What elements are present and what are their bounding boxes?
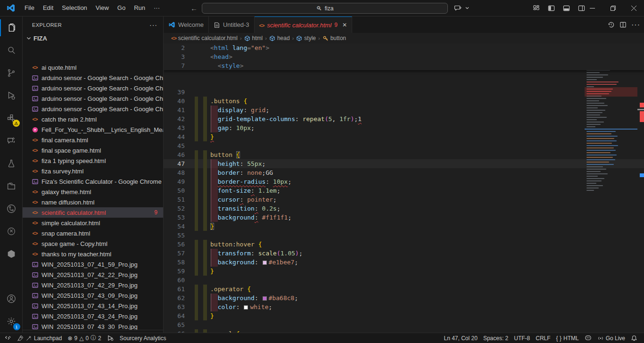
code-line-65[interactable]: 65 [164, 320, 644, 329]
eol[interactable]: CRLF [533, 333, 553, 343]
file-row[interactable]: WIN_20251013_07_41_59_Pro.jpg [23, 259, 163, 270]
code-line-57[interactable]: 57 transform: scale(1.05); [164, 249, 644, 258]
file-row[interactable]: <>ai quote.html [23, 62, 163, 73]
file-row[interactable]: <>fiza 1 typing speed.html [23, 155, 163, 166]
file-row[interactable]: arduino sensor - Google Search - Google … [23, 73, 163, 83]
toggle-primary-sidebar-icon[interactable] [545, 3, 557, 13]
menu-file[interactable]: File [20, 2, 39, 14]
overview-ruler[interactable] [637, 43, 644, 333]
color-swatch[interactable] [244, 305, 248, 310]
activity-files-icon[interactable] [0, 16, 23, 39]
activity-extensions-icon[interactable]: ⚠︎ [0, 107, 23, 130]
activity-chat-icon[interactable] [0, 130, 23, 152]
file-row[interactable]: <>space game - Copy.html [23, 238, 163, 249]
code-line-52[interactable]: 52 transition: 0.2s; [164, 204, 644, 213]
menu-run[interactable]: Run [130, 2, 149, 14]
code-line-44[interactable]: 44} [164, 132, 644, 141]
breadcrumb-item[interactable]: html [244, 35, 263, 41]
file-row[interactable]: <>scientific calculator.html9 [23, 207, 163, 218]
code-line-58[interactable]: 58 background: #e1bee7; [164, 258, 644, 267]
code-line-54[interactable]: 54} [164, 222, 644, 231]
copilot-status[interactable] [582, 333, 594, 343]
customize-layout-icon[interactable] [530, 3, 542, 13]
code-line-60[interactable]: 60 [164, 276, 644, 285]
activity-run-debug-icon[interactable] [0, 84, 23, 107]
problems-status[interactable]: ⊗ 9 △ 0 ⓘ 2 [65, 333, 104, 343]
close-button[interactable] [623, 0, 644, 16]
code-line-61[interactable]: 61.operator { [164, 285, 644, 294]
code-line-47[interactable]: 47 height: 55px; [164, 159, 644, 168]
file-row[interactable]: <>catch the rain 2.html [23, 114, 163, 124]
file-row[interactable]: <>simple calculator.html [23, 218, 163, 228]
minimap[interactable] [585, 43, 637, 333]
code-line-50[interactable]: 50 font-size: 1.1em; [164, 186, 644, 195]
menu-edit[interactable]: Edit [39, 2, 58, 14]
file-row[interactable]: <>thanks to my teacher.html [23, 249, 163, 259]
file-row[interactable]: WIN_20251013_07_43_09_Pro.jpg [23, 290, 163, 301]
folder-row-fiza[interactable]: FIZA [23, 33, 163, 43]
menu-view[interactable]: View [91, 2, 113, 14]
activity-folder-icon[interactable] [0, 175, 23, 197]
file-row[interactable]: arduino sensor - Google Search - Google … [23, 93, 163, 104]
toggle-panel-icon[interactable] [560, 3, 572, 13]
file-row[interactable]: WIN_20251013_07_43_24_Pro.jpg [23, 311, 163, 321]
code-line-46[interactable]: 46button { [164, 150, 644, 159]
code-line-3[interactable]: 3<head> [164, 52, 644, 61]
activity-git-graph-icon[interactable] [0, 197, 23, 220]
activity-settings-icon[interactable]: 1 [0, 310, 23, 333]
activity-beaker-icon[interactable] [0, 152, 23, 175]
file-row[interactable]: WIN_20251013_07_43_14_Pro.jpg [23, 301, 163, 311]
cursor-position[interactable]: Ln 47, Col 20 [441, 333, 480, 343]
breadcrumb[interactable]: <>scientific calculator.html›html›head›s… [164, 33, 644, 43]
launchpad-status[interactable]: Launchpad [14, 333, 65, 343]
breadcrumb-item[interactable]: button [322, 35, 346, 41]
activity-tools-icon[interactable] [0, 220, 23, 243]
debug-status[interactable] [104, 333, 117, 343]
minimize-button[interactable] [582, 0, 603, 16]
remote-indicator[interactable] [0, 333, 14, 343]
timeline-history-icon[interactable] [608, 21, 615, 28]
sourcery-status[interactable]: Sourcery Analytics [117, 333, 169, 343]
code-line-43[interactable]: 43 gap: 10px; [164, 123, 644, 132]
code-line-41[interactable]: 41 display: grid; [164, 106, 644, 114]
notifications-bell[interactable] [628, 333, 640, 343]
breadcrumb-item[interactable]: style [296, 35, 316, 41]
split-editor-icon[interactable] [619, 21, 627, 28]
activity-search-icon[interactable] [0, 39, 23, 62]
file-row[interactable]: WIN_20251013_07_42_29_Pro.jpg [23, 280, 163, 290]
code-line-40[interactable]: 40.buttons { [164, 97, 644, 106]
code-line-45[interactable]: 45 [164, 141, 644, 150]
menu-selection[interactable]: Selection [58, 2, 91, 14]
code-line-48[interactable]: 48 border: none;GG [164, 168, 644, 177]
activity-account-icon[interactable] [0, 287, 23, 310]
code-line-55[interactable]: 55 [164, 231, 644, 240]
code-line-2[interactable]: 2<html lang="en"> [164, 43, 644, 52]
code-line-49[interactable]: 49 border-radius: 10px; [164, 177, 644, 186]
golive-status[interactable]: Go Live [594, 333, 628, 343]
tab-untitled-3[interactable]: Untitled-3 [209, 16, 255, 33]
more-actions-icon[interactable]: ··· [631, 21, 640, 29]
language-mode[interactable]: { } HTML [553, 333, 582, 343]
restore-button[interactable] [603, 0, 623, 16]
encoding[interactable]: UTF-8 [511, 333, 533, 343]
code-line-66[interactable]: 66.equal { [164, 329, 644, 333]
file-row[interactable]: WIN_20251013_07_42_22_Pro.jpg [23, 270, 163, 280]
indentation[interactable]: Spaces: 2 [480, 333, 511, 343]
code-line-39[interactable]: 39 [164, 88, 644, 97]
code-line-53[interactable]: 53 background: #f1f1f1; [164, 213, 644, 222]
code-line-42[interactable]: 42 grid-template-columns: repeat(5, 1fr)… [164, 114, 644, 123]
color-swatch[interactable] [263, 261, 267, 265]
activity-source-control-icon[interactable] [0, 62, 23, 84]
color-swatch[interactable] [263, 296, 267, 301]
file-row[interactable]: <>final space game.html [23, 145, 163, 155]
breadcrumb-item[interactable]: head [269, 35, 290, 41]
code-line-59[interactable]: 59} [164, 267, 644, 276]
code-line-51[interactable]: 51 cursor: pointer; [164, 195, 644, 204]
code-line-63[interactable]: 63 color: white; [164, 302, 644, 311]
file-row[interactable]: <>galaxy theme.html [23, 187, 163, 197]
file-row[interactable]: arduino sensor - Google Search - Google … [23, 83, 163, 93]
file-row[interactable]: Fell_For_You_-_Shubh__Lyrics_English_Mea… [23, 124, 163, 135]
menu-[interactable]: ··· [149, 2, 164, 14]
tab-scientific-calculator-html[interactable]: <>scientific calculator.html9✕ [255, 16, 352, 33]
file-row[interactable]: arduino sensor - Google Search - Google … [23, 104, 163, 114]
